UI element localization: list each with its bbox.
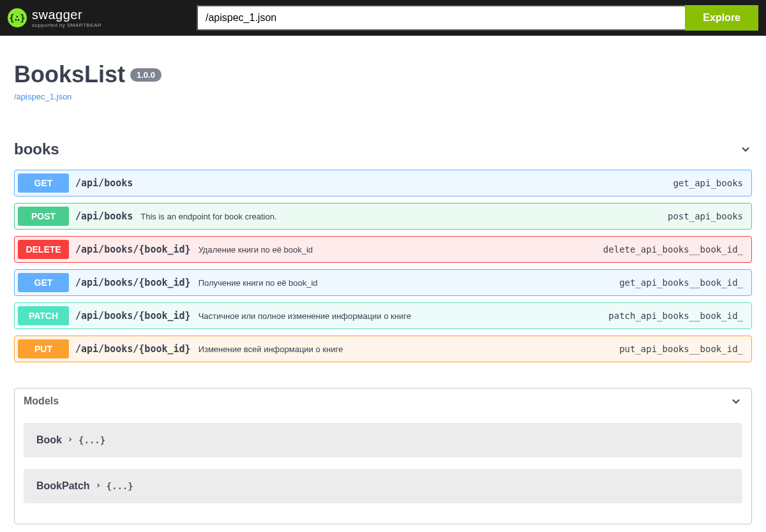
operation-path: /api/books/{book_id}	[75, 310, 191, 321]
model-item-bookpatch[interactable]: BookPatch{...}	[24, 469, 742, 503]
method-badge: GET	[18, 174, 69, 193]
models-header[interactable]: Models	[15, 388, 751, 414]
method-badge: DELETE	[18, 240, 69, 259]
models-section: Models Book{...}BookPatch{...}	[14, 388, 752, 524]
swagger-logo[interactable]: {∴} swagger supported by SMARTBEAR	[8, 8, 101, 28]
operation-path: /api/books/{book_id}	[75, 244, 191, 255]
model-item-book[interactable]: Book{...}	[24, 423, 742, 457]
operation-id: post_api_books	[668, 211, 748, 221]
chevron-down-icon	[739, 143, 752, 156]
spec-url-form: Explore	[197, 5, 758, 31]
method-badge: PATCH	[18, 306, 69, 325]
operation-id: patch_api_books__book_id_	[608, 311, 748, 321]
logo-subtext: supported by SMARTBEAR	[32, 22, 101, 28]
operation-id: delete_api_books__book_id_	[603, 244, 748, 255]
model-name: Book	[36, 434, 62, 446]
explore-button[interactable]: Explore	[685, 5, 758, 31]
models-list: Book{...}BookPatch{...}	[15, 414, 751, 524]
method-badge: POST	[18, 207, 69, 226]
tag-section-books: books GET/api/booksget_api_booksPOST/api…	[14, 140, 752, 362]
operations-list: GET/api/booksget_api_booksPOST/api/books…	[14, 170, 752, 362]
operation-description: Удаление книги по её book_id	[199, 245, 313, 255]
operation-put_api_books__book_id_[interactable]: PUT/api/books/{book_id}Изменение всей ин…	[14, 336, 752, 362]
chevron-right-icon	[95, 482, 101, 491]
chevron-right-icon	[67, 436, 73, 445]
api-info: BooksList 1.0.0 /apispec_1.json	[14, 36, 752, 115]
version-badge: 1.0.0	[130, 68, 161, 82]
method-badge: GET	[18, 273, 69, 292]
model-preview: {...}	[107, 481, 133, 491]
operation-description: Изменение всей информации о книге	[199, 344, 343, 354]
topbar: {∴} swagger supported by SMARTBEAR Explo…	[0, 0, 766, 36]
operation-path: /api/books	[75, 177, 133, 189]
operation-path: /api/books/{book_id}	[75, 277, 191, 288]
operation-id: get_api_books	[673, 178, 748, 188]
method-badge: PUT	[18, 339, 69, 358]
spec-url-link[interactable]: /apispec_1.json	[14, 92, 71, 101]
operation-path: /api/books/{book_id}	[75, 343, 191, 355]
logo-icon: {∴}	[8, 8, 27, 27]
operation-path: /api/books	[75, 211, 133, 222]
operation-id: put_api_books__book_id_	[619, 344, 748, 354]
models-title: Models	[24, 395, 59, 407]
operation-patch_api_books__book_id_[interactable]: PATCH/api/books/{book_id}Частичное или п…	[14, 302, 752, 329]
logo-text: swagger	[32, 8, 82, 22]
operation-delete_api_books__book_id_[interactable]: DELETE/api/books/{book_id}Удаление книги…	[14, 236, 752, 263]
operation-description: This is an endpoint for book creation.	[140, 212, 276, 221]
operation-post_api_books[interactable]: POST/api/booksThis is an endpoint for bo…	[14, 203, 752, 230]
operation-get_api_books[interactable]: GET/api/booksget_api_books	[14, 170, 752, 196]
operation-id: get_api_books__book_id_	[619, 277, 748, 288]
api-title: BooksList	[14, 61, 125, 88]
model-preview: {...}	[79, 435, 105, 445]
chevron-down-icon	[730, 395, 742, 408]
tag-name: books	[14, 140, 59, 158]
spec-url-input[interactable]	[197, 5, 685, 31]
model-name: BookPatch	[36, 480, 90, 492]
tag-header[interactable]: books	[14, 140, 752, 163]
operation-description: Получение книги по её book_id	[199, 278, 318, 288]
operation-description: Частичное или полное изменение информаци…	[199, 311, 411, 321]
operation-get_api_books__book_id_[interactable]: GET/api/books/{book_id}Получение книги п…	[14, 269, 752, 296]
